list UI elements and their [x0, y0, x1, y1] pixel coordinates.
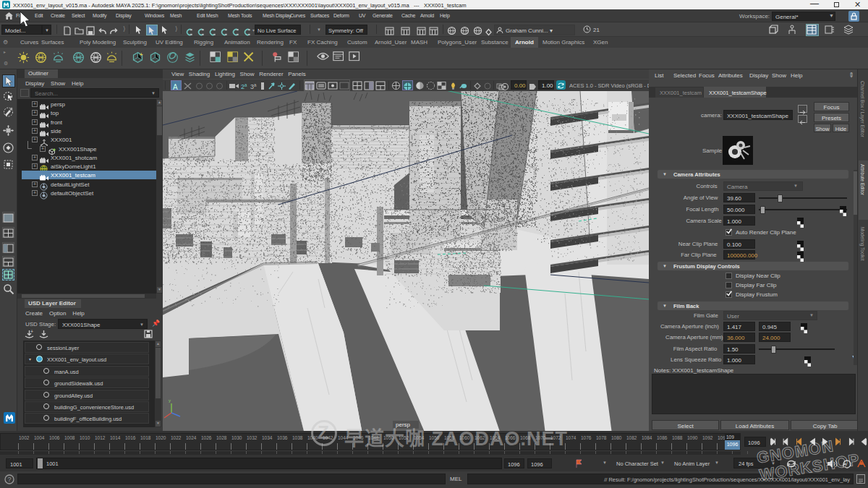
- svg-text:2ª: 2ª: [241, 83, 247, 90]
- svg-text:+: +: [140, 51, 143, 58]
- svg-text:?: ?: [8, 476, 12, 483]
- svg-text:3ª: 3ª: [250, 83, 257, 90]
- svg-text:A: A: [173, 83, 178, 91]
- svg-text:+: +: [30, 330, 33, 334]
- svg-text:y: y: [169, 398, 171, 403]
